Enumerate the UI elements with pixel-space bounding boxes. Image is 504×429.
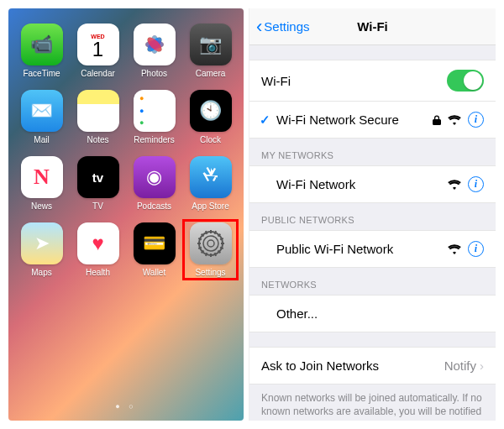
ask-to-join-row[interactable]: Ask to Join Networks Notify › <box>249 348 496 385</box>
other-network-row[interactable]: Other... <box>249 296 496 332</box>
app-calendar-icon: WED1 <box>77 24 119 65</box>
svg-line-22 <box>205 231 207 234</box>
app-news-icon: N <box>21 156 63 198</box>
svg-line-24 <box>214 231 216 234</box>
app-tv-icon: tv <box>77 156 119 198</box>
checkmark-icon: ✓ <box>260 112 270 128</box>
footer-text: Known networks will be joined automatica… <box>249 385 496 421</box>
info-icon[interactable]: i <box>468 112 484 128</box>
app-health-icon: ♥ <box>77 222 119 264</box>
info-icon[interactable]: i <box>468 176 484 192</box>
ask-to-join-label: Ask to Join Networks <box>261 358 444 373</box>
wifi-settings-panel: ‹ Settings Wi-Fi Wi-Fi ✓ Wi-Fi Network S… <box>249 8 496 421</box>
connected-network-row[interactable]: ✓ Wi-Fi Network Secure i <box>249 102 496 139</box>
app-calendar[interactable]: WED1Calendar <box>73 24 123 78</box>
svg-line-20 <box>198 238 202 240</box>
app-label: Calendar <box>81 69 115 78</box>
my-network-name: Wi-Fi Network <box>276 177 448 191</box>
app-label: Reminders <box>134 135 174 144</box>
wifi-icon <box>448 244 461 254</box>
app-label: Settings <box>195 268 225 277</box>
chevron-right-icon: › <box>480 358 484 373</box>
my-network-row[interactable]: Wi-Fi Network i <box>249 166 496 203</box>
back-button[interactable]: ‹ Settings <box>249 16 317 38</box>
app-label: Maps <box>31 268 51 277</box>
app-label: Notes <box>87 135 108 144</box>
public-network-row[interactable]: Public Wi-Fi Network i <box>249 231 496 268</box>
app-label: TV <box>92 201 103 211</box>
public-network-name: Public Wi-Fi Network <box>276 242 448 256</box>
page-dots: ● ○ <box>8 402 244 411</box>
app-wallet-icon: 💳 <box>134 222 176 264</box>
wifi-icon <box>448 180 461 190</box>
section-gap <box>249 45 496 60</box>
back-label: Settings <box>264 19 309 34</box>
app-label: Mail <box>34 135 49 144</box>
svg-line-14 <box>214 253 216 256</box>
app-label: Health <box>86 268 110 277</box>
app-facetime-icon: 📹 <box>21 24 63 65</box>
svg-point-10 <box>207 240 214 247</box>
app-podcasts[interactable]: ◉Podcasts <box>129 156 179 211</box>
app-tv[interactable]: tvTV <box>73 156 123 211</box>
ask-to-join-value: Notify <box>444 358 476 373</box>
app-photos-icon <box>134 24 176 65</box>
app-facetime[interactable]: 📹FaceTime <box>17 24 66 78</box>
networks-header: NETWORKS <box>249 268 496 296</box>
app-grid: 📹FaceTimeWED1CalendarPhotos📷Camera✉️Mail… <box>17 24 235 277</box>
app-camera-icon: 📷 <box>190 24 232 65</box>
app-clock-icon: 🕙 <box>190 90 232 132</box>
home-screen: 📹FaceTimeWED1CalendarPhotos📷Camera✉️Mail… <box>8 8 244 421</box>
app-maps-icon: ➤ <box>21 222 63 264</box>
app-clock[interactable]: 🕙Clock <box>186 90 235 144</box>
app-podcasts-icon: ◉ <box>134 156 176 198</box>
svg-line-26 <box>220 238 223 240</box>
wifi-icon <box>448 115 461 125</box>
app-settings[interactable]: Settings <box>186 222 235 277</box>
app-mail[interactable]: ✉️Mail <box>17 90 66 144</box>
app-news[interactable]: NNews <box>17 156 66 211</box>
app-settings-icon <box>190 222 232 264</box>
app-mail-icon: ✉️ <box>21 90 63 132</box>
svg-point-9 <box>203 236 218 251</box>
section-gap <box>249 332 496 348</box>
nav-bar: ‹ Settings Wi-Fi <box>249 8 496 45</box>
app-label: Podcasts <box>137 201 171 211</box>
wifi-toggle[interactable] <box>447 70 484 92</box>
public-networks-header: PUBLIC NETWORKS <box>249 203 496 231</box>
app-camera[interactable]: 📷Camera <box>186 24 235 78</box>
my-networks-header: MY NETWORKS <box>249 139 496 166</box>
app-maps[interactable]: ➤Maps <box>17 222 66 277</box>
app-notes[interactable]: Notes <box>73 90 123 144</box>
svg-line-12 <box>220 248 223 249</box>
other-label: Other... <box>276 306 484 321</box>
connected-network-name: Wi-Fi Network Secure <box>276 112 433 127</box>
app-label: App Store <box>192 201 228 211</box>
svg-line-16 <box>205 253 207 256</box>
app-appstore-icon <box>190 156 232 198</box>
lock-icon <box>433 115 441 125</box>
wifi-toggle-row: Wi-Fi <box>249 60 496 102</box>
app-label: Clock <box>200 135 221 144</box>
app-label: Wallet <box>143 268 165 277</box>
app-label: News <box>31 201 52 211</box>
app-reminders[interactable]: ● ─● ─● ─Reminders <box>129 90 179 144</box>
app-label: FaceTime <box>23 69 60 78</box>
app-label: Camera <box>196 69 226 78</box>
wifi-label: Wi-Fi <box>261 74 447 88</box>
info-icon[interactable]: i <box>468 241 484 257</box>
app-photos[interactable]: Photos <box>129 24 179 78</box>
app-appstore[interactable]: App Store <box>186 156 235 211</box>
app-reminders-icon: ● ─● ─● ─ <box>134 90 176 132</box>
app-label: Photos <box>141 69 167 78</box>
app-wallet[interactable]: 💳Wallet <box>129 222 179 277</box>
chevron-left-icon: ‹ <box>256 16 262 38</box>
app-health[interactable]: ♥Health <box>73 222 123 277</box>
app-notes-icon <box>77 90 119 132</box>
svg-line-18 <box>198 248 202 249</box>
